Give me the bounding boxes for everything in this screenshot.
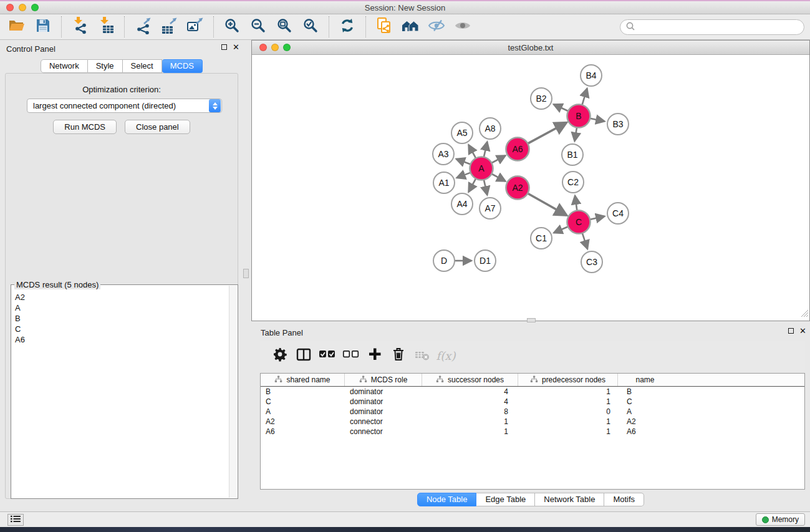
- search-field[interactable]: [620, 19, 804, 35]
- close-panel-button[interactable]: Close panel: [125, 120, 190, 134]
- export-network-button[interactable]: [130, 16, 156, 38]
- export-image-button[interactable]: [182, 16, 208, 38]
- table-row-a2[interactable]: A2connector11A2: [261, 417, 804, 427]
- node-B3[interactable]: B3: [607, 114, 629, 135]
- apply-layout-button[interactable]: [334, 16, 360, 38]
- zoom-fit-button[interactable]: [271, 16, 297, 38]
- network-close-button[interactable]: [259, 44, 267, 51]
- edge-B-B1[interactable]: [575, 127, 577, 142]
- edge-C-C2[interactable]: [575, 196, 577, 211]
- resize-grip-icon[interactable]: [801, 309, 809, 320]
- split-divider-handle-horizontal[interactable]: [527, 318, 536, 322]
- edge-B-B3[interactable]: [589, 118, 605, 121]
- node-C[interactable]: C: [567, 211, 591, 234]
- network-zoom-button[interactable]: [283, 44, 291, 51]
- node-D[interactable]: D: [433, 250, 455, 271]
- edge-C-C4[interactable]: [589, 216, 605, 220]
- tab-select[interactable]: Select: [123, 59, 162, 73]
- node-A8[interactable]: A8: [480, 118, 501, 139]
- edge-A6-B[interactable]: [527, 123, 567, 144]
- column-header-successor-nodes[interactable]: successor nodes: [422, 374, 518, 386]
- edge-A-A2[interactable]: [491, 173, 506, 181]
- open-session-button[interactable]: [4, 16, 30, 38]
- import-network-button[interactable]: [67, 16, 93, 38]
- node-A6[interactable]: A6: [506, 138, 529, 161]
- zoom-window-button[interactable]: [31, 4, 39, 11]
- node-A5[interactable]: A5: [451, 122, 473, 143]
- create-column-button[interactable]: [367, 346, 383, 365]
- node-A7[interactable]: A7: [480, 198, 501, 219]
- export-table-button[interactable]: [156, 16, 182, 38]
- edge-A-A5[interactable]: [469, 145, 476, 159]
- minimize-window-button[interactable]: [19, 4, 26, 11]
- node-A3[interactable]: A3: [433, 143, 454, 165]
- column-header-predecessor-nodes[interactable]: predecessor nodes: [518, 374, 618, 386]
- node-A2[interactable]: A2: [506, 177, 529, 200]
- edge-C-C3[interactable]: [582, 232, 587, 249]
- first-neighbors-button[interactable]: [397, 16, 423, 38]
- node-B4[interactable]: B4: [581, 65, 602, 86]
- network-canvas[interactable]: B4B2BB3A8A5A6B1A3AC2A1A2A4A7C4CC1C3DD1: [253, 56, 809, 318]
- edge-B-B4[interactable]: [582, 89, 587, 106]
- node-A4[interactable]: A4: [451, 193, 473, 215]
- close-window-button[interactable]: [6, 4, 14, 11]
- table-row-a[interactable]: Adominator80A: [261, 407, 804, 417]
- run-mcds-button[interactable]: Run MCDS: [53, 120, 117, 134]
- delete-columns-button[interactable]: [390, 346, 407, 365]
- zoom-out-button[interactable]: [245, 16, 271, 38]
- task-history-button[interactable]: [7, 514, 24, 526]
- node-C2[interactable]: C2: [562, 172, 584, 193]
- column-header-name[interactable]: name: [618, 374, 672, 386]
- unselect-all-columns-button[interactable]: [343, 346, 359, 365]
- edge-C-C1[interactable]: [554, 226, 569, 233]
- new-network-from-selection-button[interactable]: [371, 16, 397, 38]
- close-panel-icon[interactable]: ✕: [233, 44, 239, 51]
- edge-A-A8[interactable]: [484, 142, 488, 158]
- network-window-titlebar[interactable]: testGlobe.txt: [252, 41, 809, 55]
- select-all-columns-button[interactable]: [319, 346, 335, 365]
- tab-mcds[interactable]: MCDS: [162, 59, 203, 73]
- node-C4[interactable]: C4: [607, 203, 629, 224]
- show-all-button[interactable]: [450, 16, 476, 38]
- node-C3[interactable]: C3: [581, 251, 602, 273]
- table-settings-button[interactable]: [272, 346, 288, 365]
- table-row-c[interactable]: Cdominator41C: [261, 397, 804, 407]
- node-A1[interactable]: A1: [433, 172, 455, 193]
- node-B[interactable]: B: [567, 105, 591, 128]
- result-item-a6[interactable]: A6: [12, 334, 228, 345]
- hide-selected-button[interactable]: [423, 16, 450, 38]
- table-row-b[interactable]: Bdominator41B: [261, 387, 804, 397]
- float-table-panel-icon[interactable]: [788, 328, 794, 334]
- close-table-panel-icon[interactable]: ✕: [799, 327, 806, 334]
- edge-B-B2[interactable]: [554, 104, 569, 112]
- edge-A-A3[interactable]: [456, 159, 472, 165]
- tab-network-table[interactable]: Network Table: [535, 493, 604, 506]
- column-header-MCDS-role[interactable]: MCDS role: [345, 374, 422, 386]
- tab-style[interactable]: Style: [88, 59, 123, 73]
- edge-A-A6[interactable]: [491, 155, 506, 163]
- node-A[interactable]: A: [470, 157, 493, 180]
- criterion-dropdown[interactable]: largest connected component (directed): [27, 99, 222, 113]
- zoom-in-button[interactable]: [219, 16, 245, 38]
- tab-network[interactable]: Network: [41, 59, 88, 73]
- tab-node-table[interactable]: Node Table: [417, 493, 477, 506]
- tab-edge-table[interactable]: Edge Table: [476, 493, 535, 506]
- result-scrollbar[interactable]: [229, 286, 237, 498]
- result-item-a2[interactable]: A2: [12, 292, 228, 302]
- search-input[interactable]: [635, 21, 804, 34]
- column-header-shared-name[interactable]: shared name: [261, 374, 345, 386]
- zoom-selected-button[interactable]: [297, 16, 324, 38]
- show-column-panel-button[interactable]: [296, 346, 312, 365]
- node-C1[interactable]: C1: [531, 228, 552, 249]
- node-B1[interactable]: B1: [562, 144, 583, 165]
- tab-motifs[interactable]: Motifs: [604, 493, 644, 506]
- node-D1[interactable]: D1: [475, 250, 496, 271]
- import-table-button[interactable]: [93, 16, 119, 38]
- edge-A-A1[interactable]: [457, 172, 472, 178]
- app-titlebar[interactable]: Session: New Session: [0, 1, 810, 14]
- table-row-a6[interactable]: A6connector11A6: [261, 427, 804, 437]
- split-divider-handle-vertical[interactable]: [243, 269, 249, 278]
- network-minimize-button[interactable]: [271, 44, 279, 51]
- node-B2[interactable]: B2: [531, 88, 552, 109]
- edge-A2-C[interactable]: [527, 193, 567, 215]
